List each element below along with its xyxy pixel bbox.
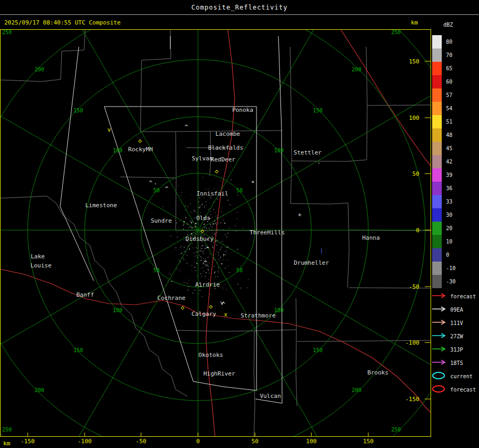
right-axis-label: 0: [416, 227, 419, 233]
city-label: Blackfalds: [208, 145, 243, 151]
legend-label: 18TS: [450, 360, 463, 366]
legend-arrow-icon: [431, 291, 450, 302]
legend-item: 18TS: [431, 356, 476, 370]
city-label: Olds: [196, 215, 211, 221]
radar-site-icon: ◇: [201, 228, 204, 234]
ring-distance-label: 250: [2, 29, 12, 35]
ring-distance-label: 200: [35, 387, 44, 393]
scale-entry: 33: [432, 195, 456, 208]
scale-value: 80: [446, 39, 452, 45]
ring-distance-label: 150: [73, 108, 83, 113]
city-label: Ponoka: [232, 107, 253, 113]
city-label: Okotoks: [199, 352, 223, 358]
scale-value: 45: [446, 145, 452, 151]
scale-entry: 60: [432, 75, 456, 88]
right-axis-label: 50: [412, 171, 419, 177]
city-label: Cochrane: [158, 295, 186, 301]
ring-distance-label: 200: [35, 67, 44, 72]
scale-entry: 42: [432, 155, 456, 168]
legend-item: 111V: [431, 316, 476, 330]
city-label: Calgary: [192, 311, 216, 317]
station-vee-icon: v: [220, 300, 224, 306]
scale-entry: 51: [432, 115, 456, 128]
scale-swatch: [432, 62, 442, 75]
scale-value: 36: [446, 185, 452, 191]
radar-app-window: Composite_Reflectivity 2025/09/17 08:40:…: [0, 0, 479, 448]
legend-arrow-icon: [431, 318, 450, 328]
legend-item: forecast: [431, 290, 476, 303]
bottom-axis-label: 50: [251, 438, 258, 444]
ring-distance-label: 200: [352, 67, 361, 72]
ring-distance-label: 50: [236, 188, 243, 193]
legend-label: 111V: [450, 320, 463, 326]
ring-distance-label: 100: [113, 148, 122, 153]
scale-entry: -10: [432, 262, 456, 275]
city-label: Strathmore: [241, 313, 276, 319]
ring-distance-label: 200: [352, 387, 361, 393]
scale-value: 20: [446, 225, 452, 231]
legend-item: 31JP: [431, 343, 476, 356]
scale-unit-label: dBZ: [443, 22, 453, 28]
legend-arrow-icon: [431, 331, 450, 341]
scale-value: 57: [446, 92, 452, 98]
city-label: RockyMH: [128, 146, 153, 152]
station-caret-icon: ^: [185, 124, 188, 130]
scale-value: 33: [446, 199, 452, 205]
scale-value: 54: [446, 105, 452, 111]
ring-distance-label: 50: [153, 188, 160, 193]
city-label: Louise: [30, 263, 52, 268]
station-caret-icon: ^: [165, 186, 169, 192]
ring-distance-label: 150: [73, 347, 83, 353]
city-label: Drumheller: [294, 260, 329, 266]
scale-swatch: [432, 115, 442, 128]
legend-label: forecast: [450, 294, 476, 299]
bottom-axis-label: 0: [196, 438, 200, 444]
legend: forecast09EA111V27ZW31JP18TScurrentforec…: [431, 290, 476, 396]
scale-entry: 65: [432, 62, 456, 75]
scale-swatch: [432, 248, 442, 262]
scale-swatch: [432, 48, 442, 62]
scale-swatch: [432, 235, 442, 248]
bottom-axis-label: 100: [306, 438, 317, 444]
scale-value: 10: [446, 239, 452, 245]
radar-site-icon: ◇: [215, 168, 219, 174]
city-label: RedDeer: [211, 157, 235, 162]
right-axis-label: -150: [406, 396, 420, 402]
scale-value: 51: [446, 119, 452, 125]
ring-distance-label: 50: [236, 267, 243, 273]
right-axis-label: 150: [409, 59, 419, 64]
scale-swatch: [432, 208, 442, 222]
bottom-axis-label: -50: [136, 438, 146, 444]
station-plus-icon: +: [298, 212, 302, 218]
legend-label: forecast: [450, 387, 476, 393]
city-label: Airdrie: [195, 282, 220, 288]
scale-entry: -30: [432, 275, 456, 288]
station-dot-icon: ·: [154, 181, 158, 187]
legend-label: 31JP: [450, 347, 463, 353]
scale-swatch: [432, 155, 442, 168]
city-label: ThreeHills: [250, 230, 285, 235]
legend-ellipse-icon: [431, 371, 450, 382]
scale-entry: 10: [432, 235, 456, 248]
scale-value: 0: [446, 252, 449, 258]
scale-value: -10: [446, 265, 456, 271]
scale-entry: 80: [432, 35, 456, 48]
scale-value: 70: [446, 52, 452, 58]
scale-value: 65: [446, 66, 452, 71]
legend-label: current: [450, 373, 473, 379]
station-caret-icon: ^: [204, 260, 208, 266]
station-vee-icon: v: [108, 127, 111, 133]
city-label: Banff: [76, 292, 94, 298]
bottom-axis-label: -150: [21, 438, 35, 444]
right-axis-label: 100: [409, 115, 419, 121]
city-label: Stettler: [294, 150, 322, 156]
right-axis-label: -50: [409, 284, 419, 290]
map-labels-layer: PonokaLacombeBlackfaldsRedDeerSylvanStet…: [0, 0, 479, 448]
city-label: Vulcan: [260, 393, 281, 399]
radar-site-icon: ◇: [181, 305, 185, 311]
scale-entry: 57: [432, 88, 456, 102]
scale-swatch: [432, 182, 442, 195]
scale-entry: 36: [432, 182, 456, 195]
city-label: Innisfail: [196, 191, 228, 197]
scale-value: 42: [446, 159, 452, 165]
